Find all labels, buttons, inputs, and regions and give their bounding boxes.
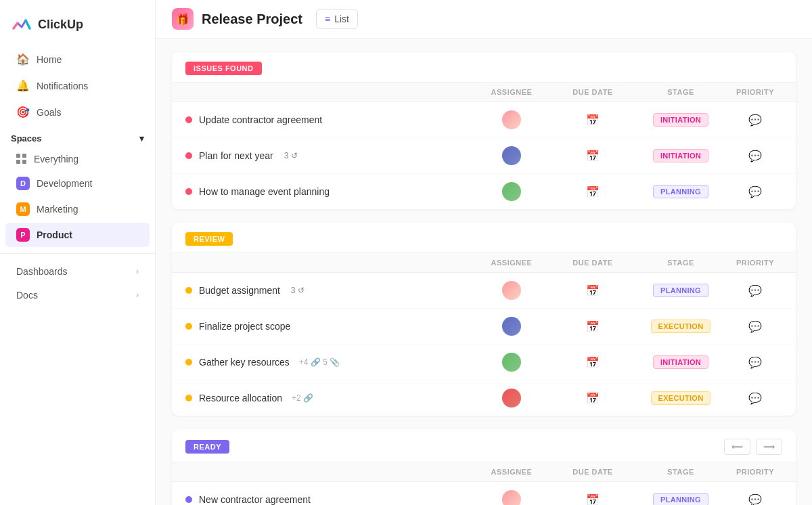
- stage-cell: PLANNING: [633, 185, 728, 198]
- task-dot-red: [185, 116, 192, 123]
- col-stage-2: STAGE: [633, 259, 728, 267]
- sidebar-item-docs[interactable]: Docs ›: [5, 284, 150, 307]
- assignee-cell: [471, 110, 552, 129]
- table-row[interactable]: Finalize project scope 📅 EXECUTION 💬: [172, 309, 796, 345]
- calendar-icon: 📅: [586, 284, 600, 297]
- col-priority-2: PRIORITY: [728, 259, 782, 267]
- main-content: 🎁 Release Project ≡ List ISSUES FOUND AS…: [156, 0, 812, 505]
- everything-icon: [16, 154, 27, 164]
- task-name-cell: Resource allocation +2 🔗: [185, 393, 471, 403]
- stage-cell: INITIATION: [633, 113, 728, 127]
- due-date-cell: 📅: [552, 114, 633, 127]
- table-row[interactable]: New contractor agreement 📅 PLANNING 💬: [172, 482, 796, 505]
- assignee-cell: [471, 281, 552, 300]
- priority-icon: 💬: [748, 356, 762, 369]
- priority-cell: 💬: [728, 493, 782, 506]
- assignee-cell: [471, 353, 552, 372]
- table-row[interactable]: Budget assignment 3 ↺ 📅 PLANNING 💬: [172, 273, 796, 309]
- ready-control-btn-1[interactable]: ⟸: [724, 439, 750, 455]
- avatar: [502, 281, 521, 300]
- docs-label: Docs: [16, 290, 38, 301]
- stage-badge-execution: EXECUTION: [651, 391, 711, 405]
- issues-col-headers: ASSIGNEE DUE DATE STAGE PRIORITY: [172, 83, 796, 102]
- col-task: [185, 259, 471, 267]
- logo[interactable]: ClickUp: [0, 8, 155, 46]
- sidebar-item-home[interactable]: 🏠 Home: [5, 47, 150, 72]
- col-task: [185, 468, 471, 476]
- ready-col-headers: ASSIGNEE DUE DATE STAGE PRIORITY: [172, 462, 796, 482]
- ready-control-btn-2[interactable]: ⟹: [756, 439, 782, 455]
- sidebar-item-notifications-label: Notifications: [37, 81, 88, 91]
- stage-cell: INITIATION: [633, 355, 728, 369]
- calendar-icon: 📅: [586, 356, 600, 369]
- sidebar-item-goals-label: Goals: [37, 107, 62, 118]
- priority-icon: 💬: [748, 320, 762, 333]
- task-name: How to manage event planning: [199, 186, 330, 197]
- stage-badge-execution: EXECUTION: [651, 320, 711, 333]
- avatar: [502, 182, 521, 201]
- task-dot-yellow: [185, 287, 192, 294]
- avatar: [502, 353, 521, 372]
- priority-icon: 💬: [748, 114, 762, 127]
- list-view-button[interactable]: ≡ List: [316, 9, 358, 29]
- stage-cell: PLANNING: [633, 284, 728, 297]
- logo-text: ClickUp: [38, 18, 83, 32]
- assignee-cell: [471, 389, 552, 408]
- calendar-icon: 📅: [586, 150, 600, 162]
- table-row[interactable]: Plan for next year 3 ↺ 📅 INITIATION 💬: [172, 138, 796, 174]
- assignee-cell: [471, 317, 552, 336]
- ready-badge: READY: [185, 440, 229, 454]
- stage-cell: INITIATION: [633, 149, 728, 162]
- calendar-icon: 📅: [586, 392, 600, 405]
- section-review: REVIEW ASSIGNEE DUE DATE STAGE PRIORITY …: [172, 223, 796, 416]
- project-title: Release Project: [202, 12, 302, 27]
- task-name: New contractor agreement: [199, 494, 311, 505]
- task-dot-red: [185, 152, 192, 159]
- due-date-cell: 📅: [552, 284, 633, 297]
- stage-badge-initiation: INITIATION: [653, 113, 708, 127]
- chevron-right-icon-docs: ›: [136, 290, 139, 300]
- sidebar-item-marketing[interactable]: M Marketing: [5, 197, 150, 221]
- sidebar-space-development-label: Development: [37, 178, 93, 189]
- sidebar-item-everything[interactable]: Everything: [5, 148, 150, 170]
- col-assignee-3: ASSIGNEE: [471, 468, 552, 476]
- due-date-cell: 📅: [552, 185, 633, 198]
- ready-controls: ⟸ ⟹: [724, 439, 782, 455]
- table-row[interactable]: Update contractor agreement 📅 INITIATION…: [172, 102, 796, 138]
- home-icon: 🏠: [16, 53, 30, 66]
- task-count-badge: 3 ↺: [284, 151, 298, 160]
- col-priority-1: PRIORITY: [728, 88, 782, 96]
- task-name: Plan for next year: [199, 150, 273, 161]
- sidebar-item-notifications[interactable]: 🔔 Notifications: [5, 73, 150, 98]
- col-assignee-2: ASSIGNEE: [471, 259, 552, 267]
- due-date-cell: 📅: [552, 320, 633, 333]
- topbar: 🎁 Release Project ≡ List: [156, 0, 812, 39]
- due-date-cell: 📅: [552, 150, 633, 162]
- task-name: Budget assignment: [199, 285, 280, 296]
- sidebar-item-development[interactable]: D Development: [5, 171, 150, 196]
- task-name-cell: Finalize project scope: [185, 321, 471, 332]
- sidebar-item-product[interactable]: P Product: [5, 223, 150, 247]
- sidebar-item-dashboards[interactable]: Dashboards ›: [5, 260, 150, 283]
- calendar-icon: 📅: [586, 185, 600, 198]
- sidebar-space-marketing-label: Marketing: [37, 204, 78, 215]
- task-dot-yellow: [185, 359, 192, 366]
- table-row[interactable]: Gather key resources +4 🔗 5 📎 📅 INITIATI…: [172, 345, 796, 380]
- calendar-icon: 📅: [586, 114, 600, 127]
- priority-cell: 💬: [728, 185, 782, 198]
- task-name-cell: Gather key resources +4 🔗 5 📎: [185, 357, 471, 368]
- bell-icon: 🔔: [16, 79, 30, 92]
- table-row[interactable]: Resource allocation +2 🔗 📅 EXECUTION 💬: [172, 380, 796, 416]
- goals-icon: 🎯: [16, 106, 30, 118]
- priority-cell: 💬: [728, 392, 782, 405]
- sidebar-item-goals[interactable]: 🎯 Goals: [5, 100, 150, 125]
- priority-icon: 💬: [748, 392, 762, 405]
- task-name-cell: New contractor agreement: [185, 494, 471, 505]
- content-area: ISSUES FOUND ASSIGNEE DUE DATE STAGE PRI…: [156, 39, 812, 505]
- table-row[interactable]: How to manage event planning 📅 PLANNING …: [172, 174, 796, 209]
- spaces-section-header[interactable]: Spaces ▾: [0, 125, 155, 148]
- task-name-cell: Plan for next year 3 ↺: [185, 150, 471, 161]
- product-space-dot: P: [16, 228, 30, 242]
- priority-cell: 💬: [728, 150, 782, 162]
- col-stage-3: STAGE: [633, 468, 728, 476]
